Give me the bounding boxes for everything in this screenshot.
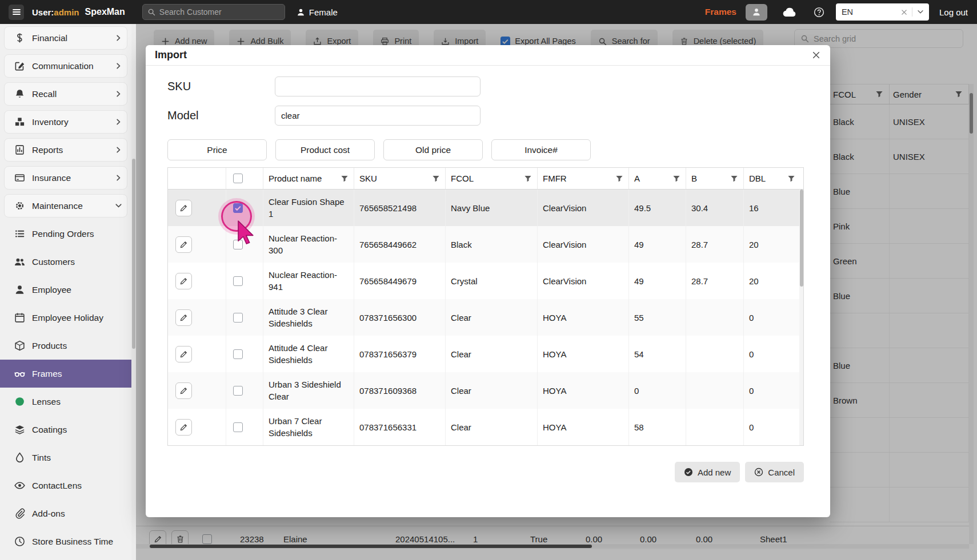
table-row[interactable]: Urban 3 Sideshield Clear078371609368Clea… xyxy=(168,372,803,409)
table-row[interactable]: Nuclear Reaction-941765658449679CrystalC… xyxy=(168,263,803,299)
cell-sku: 765658449662 xyxy=(354,226,445,263)
sidebar-item-contactlens[interactable]: ContactLens xyxy=(0,472,131,499)
table-row[interactable]: Urban 7 Clear Sideshields078371656331Cle… xyxy=(168,409,803,445)
sidebar-item-products[interactable]: Products xyxy=(0,332,131,360)
sidebar-item-customers[interactable]: Customers xyxy=(0,248,131,276)
sidebar-item-label: Financial xyxy=(32,33,67,43)
cell-a: 55 xyxy=(628,299,686,336)
sku-input[interactable] xyxy=(275,76,481,96)
sidebar-item-label: Customers xyxy=(32,257,75,267)
account-badge-icon[interactable] xyxy=(746,4,767,21)
bell-icon xyxy=(14,88,25,99)
sidebar-item-add-ons[interactable]: Add-ons xyxy=(0,499,131,527)
old-price-button[interactable]: Old price xyxy=(383,139,483,160)
language-select[interactable]: EN xyxy=(836,3,929,21)
hamburger-menu-button[interactable] xyxy=(9,5,24,20)
sidebar-item-inventory[interactable]: Inventory xyxy=(0,108,131,136)
row-checkbox[interactable] xyxy=(233,313,243,323)
column-header-product-name[interactable]: Product name xyxy=(263,168,354,189)
filter-icon[interactable] xyxy=(787,175,795,183)
row-checkbox[interactable] xyxy=(233,203,243,213)
edit-row-button[interactable] xyxy=(175,419,192,436)
import-table: Product nameSKUFCOLFMFRABDBL Clear Fusio… xyxy=(167,167,804,446)
edit-row-button[interactable] xyxy=(175,236,192,253)
row-checkbox[interactable] xyxy=(233,422,243,432)
filter-icon[interactable] xyxy=(672,175,680,183)
row-checkbox[interactable] xyxy=(233,386,243,396)
sidebar-item-store-business-time[interactable]: Store Business Time xyxy=(0,527,131,555)
sidebar-item-pending-orders[interactable]: Pending Orders xyxy=(0,220,131,248)
chevron-right-icon xyxy=(114,174,123,182)
column-header-fmfr[interactable]: FMFR xyxy=(537,168,628,189)
column-label: Product name xyxy=(269,174,322,183)
row-checkbox[interactable] xyxy=(233,276,243,286)
column-header-dbl[interactable]: DBL xyxy=(743,168,800,189)
select-all-checkbox[interactable] xyxy=(233,174,243,183)
customer-search-input[interactable] xyxy=(159,7,280,17)
edit-row-button[interactable] xyxy=(175,273,192,289)
column-header-fcol[interactable]: FCOL xyxy=(445,168,537,189)
scrollbar-thumb[interactable] xyxy=(132,159,135,349)
logout-button[interactable]: Log out xyxy=(939,7,968,17)
filter-icon[interactable] xyxy=(524,175,532,183)
sidebar-item-employee[interactable]: Employee xyxy=(0,276,131,304)
table-row[interactable]: Attitude 4 Clear Sideshields078371656379… xyxy=(168,336,803,372)
cell-fcol: Navy Blue xyxy=(445,190,537,226)
eye-icon xyxy=(14,480,25,491)
clear-icon[interactable] xyxy=(900,9,908,16)
add-new-button[interactable]: Add new xyxy=(675,462,740,482)
sidebar-item-financial[interactable]: Financial xyxy=(0,24,131,52)
help-button[interactable] xyxy=(812,5,827,19)
table-row[interactable]: Clear Fusion Shape 1765658521498Navy Blu… xyxy=(168,190,803,226)
row-checkbox[interactable] xyxy=(233,349,243,359)
filter-icon[interactable] xyxy=(432,175,440,183)
sidebar-item-label: Store Business Time xyxy=(32,537,113,547)
sidebar-item-lenses[interactable]: Lenses xyxy=(0,388,131,416)
cell-dbl: 0 xyxy=(743,299,800,336)
user-name: admin xyxy=(54,7,79,17)
sidebar-item-tints[interactable]: Tints xyxy=(0,444,131,472)
cell-sku: 078371656331 xyxy=(354,409,445,445)
edit-row-button[interactable] xyxy=(175,382,192,399)
sidebar-item-reports[interactable]: Reports xyxy=(0,136,131,164)
sidebar-item-maintenance[interactable]: Maintenance xyxy=(0,192,131,220)
sidebar-item-label: Communication xyxy=(32,61,94,71)
cell-product-name: Attitude 3 Clear Sideshields xyxy=(263,299,354,336)
sidebar-item-communication[interactable]: Communication xyxy=(0,52,131,80)
cloud-sync-icon[interactable] xyxy=(782,5,797,19)
close-icon[interactable] xyxy=(811,50,821,60)
product-cost-button[interactable]: Product cost xyxy=(275,139,375,160)
table-row[interactable]: Attitude 3 Clear Sideshields078371656300… xyxy=(168,299,803,336)
cell-dbl: 0 xyxy=(743,336,800,372)
cell-a: 0 xyxy=(628,372,686,409)
column-header-a[interactable]: A xyxy=(628,168,686,189)
column-header-sku[interactable]: SKU xyxy=(354,168,445,189)
table-row[interactable]: Nuclear Reaction-300765658449662BlackCle… xyxy=(168,226,803,263)
filter-icon[interactable] xyxy=(341,175,349,183)
sidebar-item-label: Add-ons xyxy=(32,509,65,519)
cell-dbl: 0 xyxy=(743,372,800,409)
invoice-button[interactable]: Invoice# xyxy=(491,139,591,160)
customer-search[interactable] xyxy=(142,4,285,20)
sidebar-item-recall[interactable]: Recall xyxy=(0,80,131,108)
row-checkbox[interactable] xyxy=(233,240,243,249)
chevron-right-icon xyxy=(114,62,123,70)
edit-row-button[interactable] xyxy=(175,200,192,216)
sidebar-item-coatings[interactable]: Coatings xyxy=(0,416,131,444)
sidebar-item-employee-holiday[interactable]: Employee Holiday xyxy=(0,304,131,332)
cell-dbl: 20 xyxy=(743,226,800,263)
sidebar-scrollbar[interactable] xyxy=(131,24,136,560)
sidebar-item-label: Pending Orders xyxy=(32,229,94,239)
scrollbar-thumb[interactable] xyxy=(800,190,803,287)
column-header-b[interactable]: B xyxy=(686,168,743,189)
edit-row-button[interactable] xyxy=(175,346,192,362)
edit-row-button[interactable] xyxy=(175,309,192,326)
filter-icon[interactable] xyxy=(615,175,623,183)
sidebar-item-insurance[interactable]: Insurance xyxy=(0,164,131,192)
table-scrollbar[interactable] xyxy=(799,190,803,445)
model-input[interactable] xyxy=(275,106,481,126)
cancel-button[interactable]: Cancel xyxy=(745,462,804,482)
price-button[interactable]: Price xyxy=(167,139,267,160)
sidebar-item-frames[interactable]: Frames xyxy=(0,360,131,388)
filter-icon[interactable] xyxy=(730,175,738,183)
